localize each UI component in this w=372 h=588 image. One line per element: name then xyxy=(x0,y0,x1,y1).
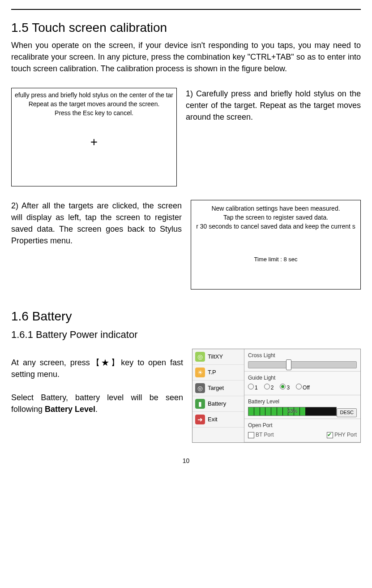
phy-port-checkbox[interactable]: PHY Port xyxy=(327,431,357,439)
section-1-6-1-subheading: 1.6.1 Battery Power indicator xyxy=(11,328,361,342)
battery-level-bold: Battery Level xyxy=(45,405,95,414)
bt-port-checkbox[interactable]: BT Port xyxy=(248,431,274,439)
radio-1[interactable]: 1 xyxy=(248,384,258,392)
cross-light-row: Cross Light xyxy=(244,349,360,371)
open-port-label: Open Port xyxy=(248,422,357,429)
menu-item-exit[interactable]: ➜ Exit xyxy=(192,412,244,428)
menu-item-target[interactable]: ◎ Target xyxy=(192,380,244,396)
menu-item-battery[interactable]: ▮ Battery xyxy=(192,396,244,412)
menu-item-tp[interactable]: ☀ T.P xyxy=(192,365,244,380)
menu-label-tp: T.P xyxy=(208,368,216,377)
section-1-5-heading: 1.5 Touch screen calibration xyxy=(11,19,361,37)
menu-label-target: Target xyxy=(208,384,224,393)
fast-setting-menu: ◎ TiltXY ☀ T.P ◎ Target ▮ Battery ➜ Ex xyxy=(192,349,361,442)
menu-label-tiltxy: TiltXY xyxy=(208,353,223,361)
calib1-text-line1: efully press and briefly hold stylus on … xyxy=(12,91,176,99)
menu-item-tiltxy[interactable]: ◎ TiltXY xyxy=(192,349,244,365)
calib2-time-limit: Time limit : 8 sec xyxy=(191,255,360,264)
step1-text: 1) Carefully press and briefly hold styl… xyxy=(186,88,361,123)
section-1-5-intro: When you operate on the screen, if your … xyxy=(11,39,361,74)
exit-icon: ➜ xyxy=(195,415,205,424)
calib1-text-line2: Repeat as the target moves around the sc… xyxy=(12,99,176,108)
battery-level-bar: 63% xyxy=(248,407,337,416)
guide-light-label: Guide Light xyxy=(248,374,357,382)
radio-off[interactable]: Off xyxy=(296,384,310,392)
fast-menu-right-panel: Cross Light Guide Light 1 2 3 Off Batte xyxy=(244,349,360,442)
open-port-row: Open Port BT Port PHY Port xyxy=(244,419,360,442)
calib2-text-line3: r 30 seconds to cancel saved data and ke… xyxy=(191,222,360,231)
fast-menu-left-panel: ◎ TiltXY ☀ T.P ◎ Target ▮ Battery ➜ Ex xyxy=(192,349,244,442)
menu-label-battery: Battery xyxy=(208,400,226,408)
battery-percentage: 63% xyxy=(248,408,336,415)
sun-icon: ☀ xyxy=(195,368,205,377)
fast-setting-p2c: . xyxy=(95,405,98,414)
battery-level-label-menu: Battery Level xyxy=(248,398,357,406)
fast-setting-p2: Select Battery, battery level will be se… xyxy=(11,392,183,415)
desc-button[interactable]: DESC xyxy=(337,408,357,417)
page-number: 10 xyxy=(11,456,361,465)
globe-icon: ◎ xyxy=(195,352,205,362)
cross-light-label: Cross Light xyxy=(248,352,357,359)
fast-setting-p1: At any screen, press【★】key to open fast … xyxy=(11,357,183,380)
radio-3[interactable]: 3 xyxy=(280,384,290,392)
cross-light-slider[interactable] xyxy=(248,361,357,368)
calib2-text-line1: New calibration settings have been measu… xyxy=(191,204,360,213)
slider-thumb-icon[interactable] xyxy=(286,359,291,370)
calibration-screen-1: efully press and briefly hold stylus on … xyxy=(11,88,177,186)
battery-icon: ▮ xyxy=(195,399,205,409)
calib1-text-line3: Press the Esc key to cancel. xyxy=(12,108,176,117)
section-1-6-heading: 1.6 Battery xyxy=(11,307,361,326)
target-icon: ◎ xyxy=(195,383,205,393)
step2-text: 2) After all the targets are clicked, th… xyxy=(11,200,182,246)
guide-light-row: Guide Light 1 2 3 Off xyxy=(244,372,360,395)
radio-2[interactable]: 2 xyxy=(264,384,274,392)
calib2-text-line2: Tap the screen to register saved data. xyxy=(191,213,360,222)
battery-level-row: Battery Level DESC 63% xyxy=(244,395,360,419)
calibration-screen-2: New calibration settings have been measu… xyxy=(191,200,361,290)
crosshair-icon: + xyxy=(90,133,98,151)
menu-label-exit: Exit xyxy=(208,415,218,424)
